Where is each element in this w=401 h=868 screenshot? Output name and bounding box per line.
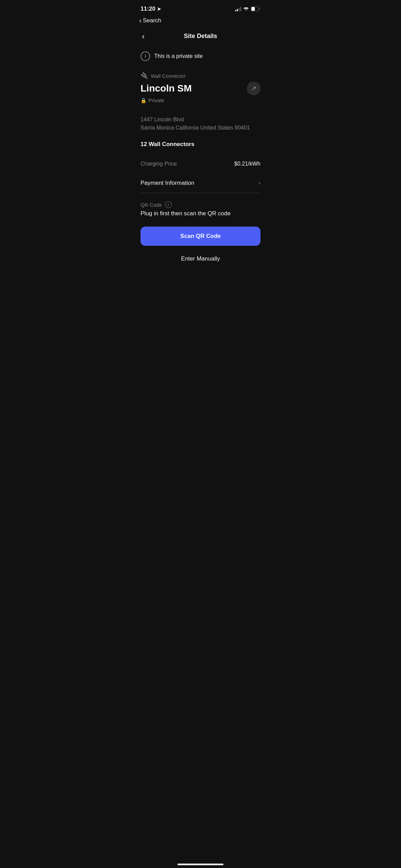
page-header: ‹ Site Details <box>134 27 267 47</box>
qr-label: QR Code <box>141 202 162 208</box>
share-icon: ↗ <box>251 85 256 92</box>
private-row: 🔒 Private <box>141 97 260 103</box>
charging-price-label: Charging Price <box>141 161 177 167</box>
site-name-row: Lincoln SM ↗ <box>141 82 260 95</box>
enter-manually-button[interactable]: Enter Manually <box>141 251 260 266</box>
connectors-count: 12 Wall Connectors <box>141 137 260 155</box>
status-time: 11:20 ➤ <box>141 5 161 12</box>
qr-instruction: Plug in first then scan the QR code <box>141 210 260 217</box>
private-notice: i This is a private site <box>141 47 260 66</box>
main-content: i This is a private site 🔌 Wall Connecto… <box>134 47 267 273</box>
battery-icon <box>251 7 260 11</box>
page-title: Site Details <box>184 33 217 40</box>
address-line1: 1447 Lincoln Blvd <box>141 116 260 124</box>
connectors-count-text: 12 Wall Connectors <box>141 141 194 147</box>
charging-price-row: Charging Price $0.21/kWh <box>141 155 260 173</box>
qr-section: QR Code i Plug in first then scan the QR… <box>141 193 260 273</box>
qr-header: QR Code i <box>141 201 260 208</box>
site-name: Lincoln SM <box>141 83 192 94</box>
share-button[interactable]: ↗ <box>247 82 260 95</box>
status-bar: 11:20 ➤ <box>134 0 267 15</box>
connector-type-row: 🔌 Wall Connector <box>141 72 260 80</box>
back-search-link[interactable]: ‹ Search <box>139 16 262 24</box>
plug-icon: 🔌 <box>141 72 148 80</box>
back-chevron-icon: ‹ <box>139 16 142 24</box>
payment-label: Payment Information <box>141 180 194 186</box>
private-label: Private <box>148 97 165 103</box>
private-notice-text: This is a private site <box>154 53 203 59</box>
address-section: 1447 Lincoln Blvd Santa Monica Californi… <box>141 109 260 137</box>
wifi-icon <box>243 7 249 11</box>
scan-qr-button[interactable]: Scan QR Code <box>141 227 260 246</box>
payment-row[interactable]: Payment Information › <box>141 173 260 193</box>
site-info: 🔌 Wall Connector Lincoln SM ↗ 🔒 Private <box>141 69 260 109</box>
qr-info-icon[interactable]: i <box>165 201 172 208</box>
back-button[interactable]: ‹ <box>141 30 146 43</box>
svg-rect-1 <box>252 7 255 11</box>
chevron-right-icon: › <box>258 179 260 186</box>
connector-label: Wall Connector <box>151 73 186 79</box>
charging-price-value: $0.21/kWh <box>234 161 260 167</box>
back-label: Search <box>143 17 161 24</box>
lock-icon: 🔒 <box>141 98 146 103</box>
nav-back[interactable]: ‹ Search <box>134 15 267 27</box>
status-icons <box>235 7 260 11</box>
info-circle-icon: i <box>141 51 150 61</box>
location-arrow-icon: ➤ <box>157 6 161 12</box>
address-line2: Santa Monica California United States 90… <box>141 124 260 132</box>
signal-bars-icon <box>235 7 241 11</box>
